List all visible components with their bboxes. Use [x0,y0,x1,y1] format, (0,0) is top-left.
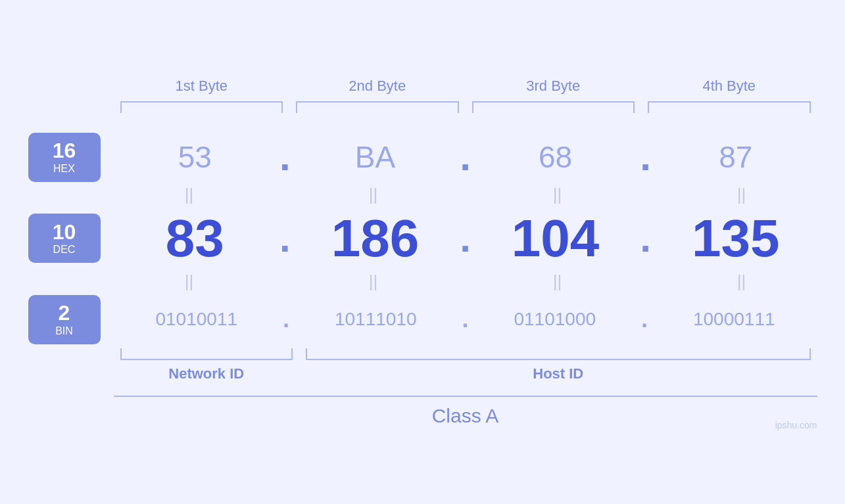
bin-row: 2 BIN 01010011 . 10111010 . 01101000 . 1… [28,295,817,344]
top-bracket-4 [648,101,811,113]
byte2-header: 2nd Byte [289,78,466,95]
hex-byte2: BA [294,139,457,175]
hex-val4: 87 [719,140,752,174]
bin-dot1: . [283,306,289,333]
top-brackets [114,101,817,113]
bottom-brackets-area: Network ID Host ID [114,348,817,382]
bin-base-num: 2 [59,302,70,325]
eq1-cell1: || [114,185,265,205]
hex-val2: BA [355,140,395,174]
hex-label-box: 16 HEX [28,133,101,182]
hex-dot3: . [640,137,651,177]
bin-dot3: . [641,306,648,333]
bin-dot2: . [462,306,468,333]
host-bracket-line [306,348,811,360]
byte4-header: 4th Byte [641,78,817,95]
hex-val3: 68 [539,140,572,174]
bin-byte3: 01101000 [472,309,638,330]
dec-dot1: . [279,219,291,258]
hex-dot1: . [279,137,291,177]
hex-base-name: HEX [53,163,75,175]
bin-byte2: 10111010 [293,309,458,330]
dec-val2: 186 [331,209,419,267]
host-id-label: Host ID [306,365,811,382]
bin-val2: 10111010 [335,309,417,329]
watermark: ipshu.com [775,420,817,430]
bin-base-name: BIN [55,325,73,337]
equals-row-2: || || || || [114,269,817,295]
eq1-cell2: || [298,185,449,205]
hex-row: 16 HEX 53 . BA . 68 . 87 [28,133,817,182]
dec-byte4: 135 [654,208,817,269]
hex-val1: 53 [178,140,212,174]
dec-dot3: . [640,219,651,258]
dec-byte3: 104 [474,208,637,269]
bin-val1: 01010011 [155,309,237,329]
network-bracket-container: Network ID [120,348,293,382]
top-bracket-1 [120,101,283,113]
eq2-cell2: || [298,271,449,292]
dec-val3: 104 [512,209,599,267]
equals-row-1: || || || || [114,182,817,208]
byte-headers: 1st Byte 2nd Byte 3rd Byte 4th Byte [114,78,817,95]
hex-byte3: 68 [474,139,637,175]
network-bracket-line [120,348,293,360]
byte3-header: 3rd Byte [466,78,642,95]
top-bracket-2 [296,101,459,113]
hex-dot2: . [460,137,471,177]
hex-values: 53 . BA . 68 . 87 [114,137,817,177]
dec-base-name: DEC [53,244,76,256]
hex-byte1: 53 [114,139,277,175]
top-bracket-3 [472,101,635,113]
dec-row: 10 DEC 83 . 186 . 104 . 135 [28,208,817,269]
bin-byte4: 10000111 [651,309,817,330]
dec-byte2: 186 [294,208,457,269]
hex-base-num: 16 [53,139,76,162]
hex-byte4: 87 [654,139,817,175]
dec-dot2: . [460,219,471,258]
eq2-cell1: || [114,271,265,292]
eq2-cell3: || [482,271,633,292]
class-label: Class A [114,405,817,427]
bin-val4: 10000111 [693,309,775,329]
network-id-label: Network ID [120,365,293,382]
eq1-cell4: || [666,185,817,205]
dec-values: 83 . 186 . 104 . 135 [114,208,817,269]
dec-label-box: 10 DEC [28,214,101,263]
byte1-header: 1st Byte [114,78,290,95]
bin-label-box: 2 BIN [28,295,101,344]
class-row: Class A ipshu.com [114,396,817,427]
dec-val4: 135 [692,209,779,267]
bin-values: 01010011 . 10111010 . 01101000 . 1000011… [114,306,817,333]
host-bracket-inner: Host ID [306,348,811,382]
bin-val3: 01101000 [514,309,596,329]
dec-byte1: 83 [114,208,277,269]
dec-base-num: 10 [53,221,76,244]
dec-val1: 83 [166,209,224,267]
bin-byte1: 01010011 [114,309,279,330]
eq1-cell3: || [482,185,633,205]
host-bracket-container: Host ID [299,348,817,382]
eq2-cell4: || [666,271,817,292]
